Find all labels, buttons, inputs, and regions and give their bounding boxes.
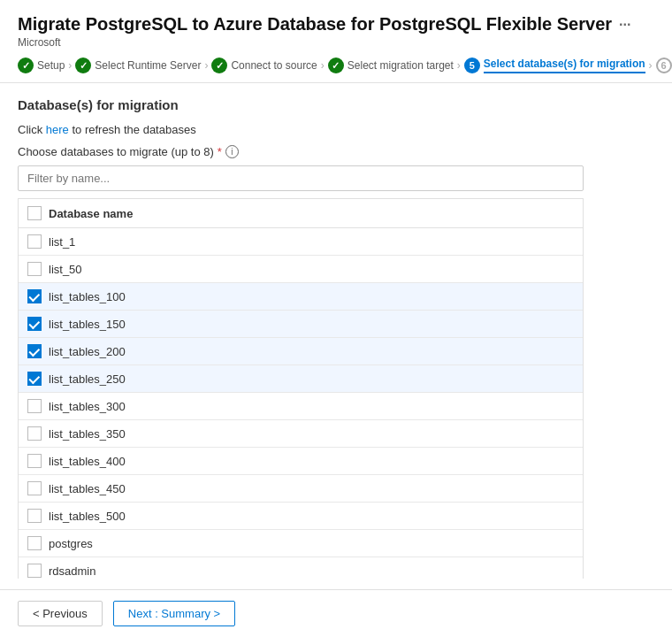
row-checkbox[interactable] — [27, 262, 42, 276]
step-runtime-label: Select Runtime Server — [95, 59, 201, 72]
db-name-label: postgres — [49, 537, 93, 550]
choose-label-text: Choose databases to migrate (up to 8) — [18, 145, 214, 158]
refresh-text: Click here to refresh the databases — [18, 123, 654, 136]
row-checkbox[interactable] — [27, 564, 42, 578]
table-row[interactable]: list_tables_150 — [19, 311, 583, 338]
step-databases-label: Select database(s) for migration — [484, 58, 645, 73]
step-target[interactable]: ✓ Select migration target — [328, 58, 454, 73]
select-all-checkbox[interactable] — [27, 206, 42, 220]
row-checkbox[interactable] — [27, 536, 42, 550]
sep4: › — [457, 59, 461, 72]
table-row[interactable]: list_50 — [19, 256, 583, 283]
db-name-label: list_tables_300 — [49, 400, 126, 413]
row-checkbox[interactable] — [27, 372, 42, 386]
step-connect-icon: ✓ — [211, 58, 227, 73]
column-header-label: Database name — [49, 207, 133, 220]
more-options-icon[interactable]: ··· — [619, 17, 630, 33]
footer: < Previous Next : Summary > — [0, 589, 672, 637]
row-checkbox[interactable] — [27, 454, 42, 468]
row-checkbox[interactable] — [27, 399, 42, 413]
db-name-label: list_tables_450 — [49, 482, 126, 495]
refresh-suffix: to refresh the databases — [72, 123, 195, 136]
row-checkbox[interactable] — [27, 426, 42, 441]
db-name-label: list_tables_400 — [49, 455, 126, 468]
provider-label: Microsoft — [18, 36, 654, 49]
step-runtime-icon: ✓ — [75, 58, 91, 73]
step-summary-icon: 6 — [656, 58, 672, 73]
step-databases[interactable]: 5 Select database(s) for migration — [464, 58, 645, 73]
sep3: › — [321, 59, 325, 72]
main-content: Database(s) for migration Click here to … — [0, 83, 672, 579]
db-name-label: list_tables_150 — [49, 318, 126, 331]
step-setup-icon: ✓ — [18, 58, 34, 73]
step-target-label: Select migration target — [347, 59, 454, 72]
table-row[interactable]: rdsadmin — [19, 557, 583, 579]
table-row[interactable]: list_tables_400 — [19, 448, 583, 475]
step-setup-label: Setup — [37, 59, 65, 72]
db-name-label: list_1 — [49, 235, 75, 249]
table-row[interactable]: list_tables_100 — [19, 283, 583, 311]
db-name-label: list_tables_100 — [49, 290, 126, 303]
steps-bar: ✓ Setup › ✓ Select Runtime Server › ✓ Co… — [0, 49, 672, 83]
title-text: Migrate PostgreSQL to Azure Database for… — [18, 14, 612, 35]
prev-button[interactable]: < Previous — [18, 601, 103, 626]
table-row[interactable]: list_tables_350 — [19, 420, 583, 448]
next-button[interactable]: Next : Summary > — [113, 601, 235, 626]
section-title: Database(s) for migration — [18, 97, 654, 112]
db-name-label: rdsadmin — [49, 564, 95, 578]
step-setup[interactable]: ✓ Setup — [18, 58, 65, 73]
table-header: Database name — [19, 199, 583, 228]
db-name-label: list_tables_200 — [49, 345, 126, 358]
row-checkbox[interactable] — [27, 317, 42, 331]
db-name-label: list_tables_500 — [49, 510, 126, 523]
sep5: › — [649, 59, 653, 72]
page-title: Migrate PostgreSQL to Azure Database for… — [18, 14, 654, 35]
table-row[interactable]: list_tables_450 — [19, 475, 583, 503]
step-runtime[interactable]: ✓ Select Runtime Server — [75, 58, 201, 73]
database-table: Database name list_1list_50list_tables_1… — [18, 198, 584, 579]
refresh-link[interactable]: here — [46, 123, 69, 136]
step-connect-label: Connect to source — [231, 59, 317, 72]
db-name-label: list_tables_350 — [49, 427, 126, 441]
step-databases-icon: 5 — [464, 58, 480, 73]
filter-input[interactable] — [18, 165, 584, 191]
row-checkbox[interactable] — [27, 344, 42, 358]
required-star: * — [218, 145, 222, 158]
row-checkbox[interactable] — [27, 509, 42, 523]
step-connect[interactable]: ✓ Connect to source — [211, 58, 317, 73]
table-row[interactable]: list_tables_300 — [19, 393, 583, 420]
step-target-icon: ✓ — [328, 58, 344, 73]
row-checkbox[interactable] — [27, 234, 42, 249]
table-row[interactable]: list_tables_200 — [19, 338, 583, 365]
page-header: Migrate PostgreSQL to Azure Database for… — [0, 0, 672, 49]
content-area: Database(s) for migration Click here to … — [0, 83, 672, 579]
table-row[interactable]: postgres — [19, 530, 583, 557]
table-row[interactable]: list_tables_500 — [19, 503, 583, 530]
step-summary[interactable]: 6 Summary — [656, 58, 672, 73]
info-icon[interactable]: i — [225, 145, 239, 158]
row-checkbox[interactable] — [27, 481, 42, 495]
sep1: › — [68, 59, 72, 72]
table-row[interactable]: list_1 — [19, 228, 583, 256]
refresh-prefix: Click — [18, 123, 46, 136]
table-row[interactable]: list_tables_250 — [19, 365, 583, 393]
db-name-label: list_tables_250 — [49, 372, 126, 386]
db-name-label: list_50 — [49, 263, 82, 276]
choose-label: Choose databases to migrate (up to 8) * … — [18, 145, 654, 158]
row-checkbox[interactable] — [27, 289, 42, 303]
sep2: › — [204, 59, 208, 72]
db-rows-container: list_1list_50list_tables_100list_tables_… — [19, 228, 583, 579]
